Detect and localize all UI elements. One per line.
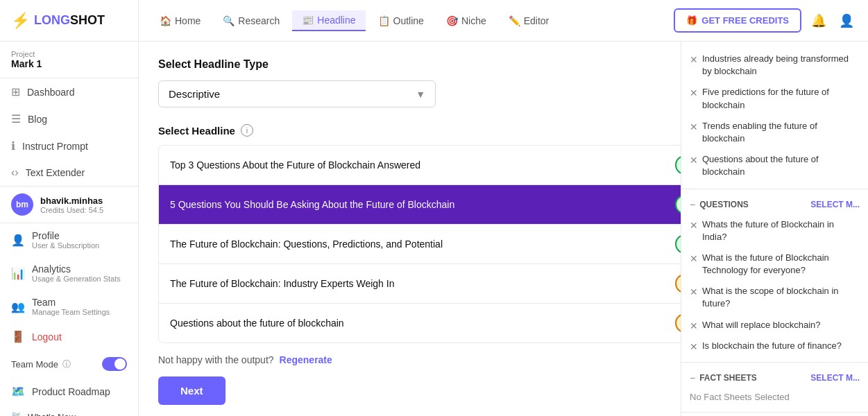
not-happy-row: Not happy with the output? Regenerate <box>158 354 661 365</box>
headline-item-1[interactable]: 5 Questions You Should Be Asking About t… <box>159 185 681 225</box>
rp-q-1: ✕ What is the future of Blockchain Techn… <box>681 248 868 281</box>
blog-icon: ☰ <box>11 112 21 125</box>
logo-icon: ⚡ <box>11 12 30 30</box>
nav-niche[interactable]: 🎯 Niche <box>436 11 496 31</box>
credits-gift-icon: 🎁 <box>686 15 697 26</box>
team-mode-toggle[interactable] <box>102 357 127 371</box>
research-icon: 🔍 <box>223 15 235 26</box>
rp-q-close-0[interactable]: ✕ <box>690 220 698 231</box>
headline-item-0[interactable]: Top 3 Questions About the Future of Bloc… <box>159 146 681 185</box>
instruct-icon: ℹ <box>11 139 15 153</box>
sidebar-item-blog[interactable]: ☰ Blog <box>0 105 138 132</box>
rp-q-close-2[interactable]: ✕ <box>690 286 698 297</box>
avatar: bm <box>11 193 33 216</box>
nav-right: 🎁 GET FREE CREDITS 🔔 👤 <box>674 8 868 33</box>
rp-close-0[interactable]: ✕ <box>690 54 698 65</box>
team-mode-info-icon[interactable]: ⓘ <box>62 358 71 370</box>
home-icon: 🏠 <box>160 15 171 26</box>
user-info: bhavik.minhas Credits Used: 54.5 <box>40 196 103 214</box>
team-mode-left: Team Mode ⓘ <box>11 358 71 370</box>
sidebar-item-team[interactable]: 👥 Team Manage Team Settings <box>0 290 138 323</box>
sidebar-item-instruct-prompt[interactable]: ℹ Instruct Prompt <box>0 132 138 159</box>
right-panel: ✕ Industries already being transformed b… <box>681 42 868 416</box>
rp-close-2[interactable]: ✕ <box>690 121 698 132</box>
sidebar: Project Mark 1 ⊞ Dashboard ☰ Blog ℹ Inst… <box>0 42 139 416</box>
dashboard-icon: ⊞ <box>11 85 20 98</box>
nav-outline[interactable]: 📋 Outline <box>368 11 434 31</box>
outline-icon: 📋 <box>378 15 390 26</box>
rp-q-0: ✕ Whats the future of Blockchain in Indi… <box>681 214 868 248</box>
next-button[interactable]: Next <box>158 376 225 405</box>
nav-links: 🏠 Home 🔍 Research 📰 Headline 📋 Outline 🎯… <box>139 10 674 31</box>
questions-collapse-icon[interactable]: − <box>690 199 695 210</box>
headline-item-3[interactable]: The Future of Blockchain: Industry Exper… <box>159 264 681 304</box>
profile-icon: 👤 <box>11 234 25 247</box>
select-headline-info-icon[interactable]: i <box>241 124 253 137</box>
sidebar-item-logout[interactable]: 🚪 Logout <box>0 323 138 350</box>
headline-badge-0: A <box>675 155 681 175</box>
headline-type-dropdown-container: Descriptive ▼ <box>158 80 661 107</box>
body-layout: Project Mark 1 ⊞ Dashboard ☰ Blog ℹ Inst… <box>0 42 868 416</box>
rp-q-close-1[interactable]: ✕ <box>690 253 698 264</box>
logo: ⚡ LONGSHOT <box>0 0 139 41</box>
sidebar-item-dashboard[interactable]: ⊞ Dashboard <box>0 78 138 105</box>
rp-q-2: ✕ What is the scope of blockchain in fut… <box>681 281 868 314</box>
rp-close-3[interactable]: ✕ <box>690 155 698 166</box>
logo-text: LONGSHOT <box>34 13 105 28</box>
rp-no-factsheets: No Fact Sheets Selected <box>681 388 868 406</box>
questions-select-link[interactable]: SELECT M... <box>810 200 860 209</box>
sidebar-bottom-menu: 👤 Profile User & Subscription 📊 Analytic… <box>0 223 138 416</box>
nav-research[interactable]: 🔍 Research <box>213 11 289 31</box>
sidebar-item-profile[interactable]: 👤 Profile User & Subscription <box>0 223 138 257</box>
sidebar-item-analytics[interactable]: 📊 Analytics Usage & Generation Stats <box>0 257 138 290</box>
rp-item-1: ✕ Five predictions for the future of blo… <box>681 82 868 115</box>
select-headline-header: Select Headline i <box>158 124 661 137</box>
rp-divider-3 <box>681 412 868 413</box>
rp-q-close-4[interactable]: ✕ <box>690 341 698 352</box>
analytics-icon: 📊 <box>11 267 25 280</box>
sidebar-project: Project Mark 1 <box>0 42 138 78</box>
logout-icon: 🚪 <box>11 330 25 343</box>
rp-q-close-3[interactable]: ✕ <box>690 320 698 331</box>
notifications-button[interactable]: 🔔 <box>808 10 829 31</box>
sidebar-item-whats-new[interactable]: 📡 What's New <box>0 405 138 416</box>
editor-icon: ✏️ <box>509 15 520 26</box>
headline-type-dropdown[interactable]: Descriptive ▼ <box>158 80 436 107</box>
roadmap-icon: 🗺️ <box>11 385 25 398</box>
headline-badge-3: B <box>675 274 681 293</box>
whats-new-icon: 📡 <box>11 412 22 416</box>
headline-item-2[interactable]: The Future of Blockchain: Questions, Pre… <box>159 225 681 264</box>
rp-divider-2 <box>681 362 868 363</box>
headlines-list: Top 3 Questions About the Future of Bloc… <box>158 145 681 343</box>
team-icon: 👥 <box>11 300 25 313</box>
factsheets-select-link[interactable]: SELECT M... <box>810 373 860 383</box>
headline-item-4[interactable]: Questions about the future of blockchain… <box>159 304 681 343</box>
rp-item-2: ✕ Trends enabling the future of blockcha… <box>681 116 868 149</box>
nav-home[interactable]: 🏠 Home <box>150 11 210 31</box>
factsheets-collapse-icon[interactable]: − <box>690 372 695 383</box>
rp-factsheets-header: − FACT SHEETS SELECT M... <box>681 368 868 388</box>
headline-badge-2: A <box>675 234 681 254</box>
user-menu-button[interactable]: 👤 <box>836 10 857 31</box>
get-credits-button[interactable]: 🎁 GET FREE CREDITS <box>674 8 801 33</box>
rp-item-0: ✕ Industries already being transformed b… <box>681 49 868 82</box>
headline-badge-4: B <box>675 313 681 333</box>
main-content: Select Headline Type Descriptive ▼ Selec… <box>139 42 681 416</box>
nav-headline[interactable]: 📰 Headline <box>292 10 365 31</box>
rp-q-4: ✕ Is blockchain the future of finance? <box>681 336 868 356</box>
headline-icon: 📰 <box>302 15 314 26</box>
dropdown-arrow-icon: ▼ <box>416 89 425 100</box>
regenerate-link[interactable]: Regenerate <box>280 354 332 365</box>
select-headline-section: Select Headline i Top 3 Questions About … <box>158 124 661 343</box>
sidebar-menu: ⊞ Dashboard ☰ Blog ℹ Instruct Prompt ‹› … <box>0 78 138 186</box>
rp-divider-1 <box>681 189 868 189</box>
top-navigation: ⚡ LONGSHOT 🏠 Home 🔍 Research 📰 Headline … <box>0 0 868 42</box>
nav-editor[interactable]: ✏️ Editor <box>499 11 559 31</box>
text-extender-icon: ‹› <box>11 166 19 179</box>
niche-icon: 🎯 <box>446 15 458 26</box>
rp-close-1[interactable]: ✕ <box>690 87 698 98</box>
sidebar-item-text-extender[interactable]: ‹› Text Extender <box>0 159 138 186</box>
team-mode-row: Team Mode ⓘ <box>0 350 138 378</box>
rp-q-3: ✕ What will replace blockchain? <box>681 315 868 336</box>
sidebar-item-product-roadmap[interactable]: 🗺️ Product Roadmap <box>0 378 138 405</box>
